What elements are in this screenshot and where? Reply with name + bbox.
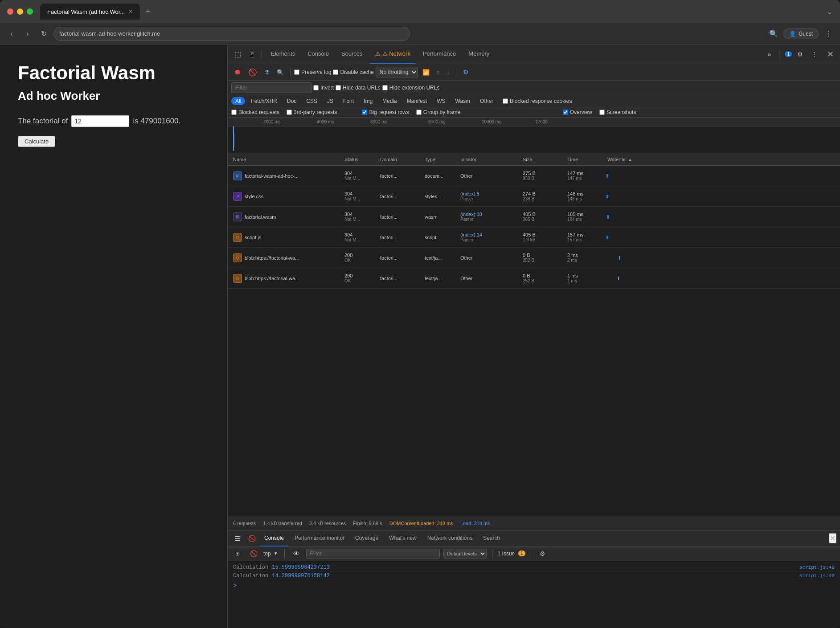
col-domain[interactable]: Domain (377, 157, 421, 162)
network-table[interactable]: Name Status Domain Type Initiator Size T… (228, 153, 840, 516)
blocked-requests-checkbox[interactable] (231, 110, 237, 115)
console-filter-input[interactable] (306, 549, 440, 559)
hide-extension-checkbox[interactable] (382, 85, 388, 90)
console-tab-network-cond[interactable]: Network conditions (423, 530, 477, 546)
console-clear-log-btn[interactable]: 🚫 (247, 547, 260, 560)
active-tab[interactable]: Factorial Wasm (ad hoc Wor... ✕ (40, 4, 140, 20)
blocked-response-cookies-label[interactable]: Blocked response cookies (503, 98, 572, 104)
overview-checkbox[interactable] (563, 110, 568, 115)
blocked-cookies-checkbox[interactable] (503, 98, 508, 104)
console-tab-console[interactable]: Console (260, 530, 288, 546)
filter-tab-media[interactable]: Media (378, 97, 401, 105)
zoom-btn[interactable]: 🔍 (767, 28, 780, 40)
filter-btn[interactable]: ⚗ (262, 68, 272, 77)
col-type[interactable]: Type (421, 157, 457, 162)
col-name[interactable]: Name (229, 157, 341, 162)
col-size[interactable]: Size (519, 157, 564, 162)
invert-label[interactable]: Invert (313, 85, 334, 91)
filter-tab-img[interactable]: Img (360, 97, 377, 105)
table-row[interactable]: ≡ factorial-wasm-ad-hoc-... 304 Not M...… (228, 166, 840, 186)
tab-performance[interactable]: Performance (418, 45, 461, 64)
device-toolbar-btn[interactable]: 📱 (246, 48, 258, 61)
filter-tab-all[interactable]: All (231, 97, 245, 105)
console-source-1[interactable]: script.js:40 (799, 565, 835, 570)
table-row[interactable]: ⊞ factorial.wasm 304 Not M... factori...… (228, 207, 840, 227)
chevron-down-icon[interactable]: ⌄ (826, 7, 833, 16)
calculate-button[interactable]: Calculate (18, 136, 55, 147)
filter-tab-wasm[interactable]: Wasm (451, 97, 475, 105)
tab-elements[interactable]: Elements (266, 45, 300, 64)
minimize-traffic-light[interactable] (17, 8, 23, 15)
console-prompt-icon[interactable]: > (233, 582, 237, 589)
console-tab-perf[interactable]: Performance monitor (290, 530, 349, 546)
guest-profile-btn[interactable]: 👤 Guest (783, 29, 819, 39)
table-row[interactable]: ◇ blob:https://factorial-wa... 200 OK fa… (228, 268, 840, 289)
console-close-btn[interactable]: ✕ (829, 533, 836, 543)
inspect-element-btn[interactable]: ⬚ (231, 48, 244, 61)
disable-cache-checkbox[interactable] (333, 69, 338, 75)
more-tabs-btn[interactable]: » (763, 48, 775, 61)
devtools-menu-btn[interactable]: ⋮ (808, 48, 820, 61)
hide-data-urls-checkbox[interactable] (336, 85, 341, 90)
back-btn[interactable]: ‹ (5, 28, 18, 40)
filter-tab-doc[interactable]: Doc (283, 97, 300, 105)
group-by-frame-checkbox[interactable] (416, 110, 422, 115)
blocked-requests-label[interactable]: Blocked requests (231, 109, 279, 115)
filter-tab-other[interactable]: Other (476, 97, 497, 105)
console-tab-search[interactable]: Search (479, 530, 504, 546)
more-options-btn[interactable]: ⋮ (822, 28, 835, 40)
third-party-label[interactable]: 3rd-party requests (287, 109, 337, 115)
reload-btn[interactable]: ↻ (37, 28, 50, 40)
hide-data-urls-label[interactable]: Hide data URLs (336, 85, 381, 91)
third-party-checkbox[interactable] (287, 110, 292, 115)
context-dropdown-btn[interactable]: ▼ (273, 551, 279, 556)
console-settings-btn[interactable]: ⚙ (537, 547, 549, 560)
col-time[interactable]: Time (564, 157, 604, 162)
filter-tab-css[interactable]: CSS (302, 97, 321, 105)
online-btn[interactable]: 📶 (420, 68, 432, 77)
filter-input[interactable] (231, 82, 311, 93)
clear-btn[interactable]: 🚫 (246, 67, 260, 77)
col-waterfall[interactable]: Waterfall ▲ (604, 157, 838, 162)
maximize-traffic-light[interactable] (27, 8, 33, 15)
console-tab-coverage[interactable]: Coverage (351, 530, 383, 546)
filter-tab-font[interactable]: Font (339, 97, 358, 105)
levels-select[interactable]: Default levels (443, 549, 487, 559)
console-sidebar-btn[interactable]: ☰ (231, 532, 244, 545)
screenshots-label[interactable]: Screenshots (599, 109, 636, 115)
filter-tab-fetchxhr[interactable]: Fetch/XHR (247, 97, 281, 105)
console-sidebar-toggle[interactable]: ⊞ (231, 547, 244, 560)
table-row[interactable]: ↗ style.css 304 Not M... factori... styl… (228, 186, 840, 207)
download-btn[interactable]: ↓ (444, 68, 452, 77)
upload-btn[interactable]: ↑ (434, 68, 443, 77)
preserve-log-checkbox[interactable] (294, 69, 299, 75)
big-request-rows-label[interactable]: Big request rows (362, 109, 409, 115)
devtools-close-btn[interactable]: ✕ (824, 48, 836, 61)
screenshots-checkbox[interactable] (599, 110, 605, 115)
table-row[interactable]: ◇ script.js 304 Not M... factori... scri… (228, 227, 840, 248)
tab-memory[interactable]: Memory (463, 45, 495, 64)
overview-label[interactable]: Overview (563, 109, 592, 115)
console-eye-btn[interactable]: 👁 (290, 547, 303, 560)
col-status[interactable]: Status (341, 157, 377, 162)
settings-btn[interactable]: ⚙ (794, 48, 806, 61)
search-btn[interactable]: 🔍 (274, 68, 287, 77)
console-clear-btn[interactable]: 🚫 (246, 532, 258, 545)
timeline[interactable]: 2000 ms 4000 ms 6000 ms 8000 ms 10000 ms… (228, 118, 840, 153)
filter-tab-js[interactable]: JS (323, 97, 337, 105)
col-initiator[interactable]: Initiator (457, 157, 519, 162)
hide-extension-urls-label[interactable]: Hide extension URLs (382, 85, 440, 91)
new-tab-btn[interactable]: + (142, 5, 154, 18)
console-source-2[interactable]: script.js:40 (799, 573, 835, 579)
throttle-select[interactable]: No throttling (376, 67, 418, 77)
record-btn[interactable]: ⏺ (231, 67, 244, 77)
network-settings-btn[interactable]: ⚙ (460, 66, 472, 78)
tab-sources[interactable]: Sources (336, 45, 368, 64)
factorial-input[interactable] (71, 115, 129, 127)
close-traffic-light[interactable] (7, 8, 13, 15)
console-tab-whats-new[interactable]: What's new (385, 530, 421, 546)
filter-tab-manifest[interactable]: Manifest (403, 97, 431, 105)
tab-console[interactable]: Console (302, 45, 334, 64)
big-request-rows-checkbox[interactable] (362, 110, 367, 115)
preserve-log-label[interactable]: Preserve log (294, 69, 331, 75)
